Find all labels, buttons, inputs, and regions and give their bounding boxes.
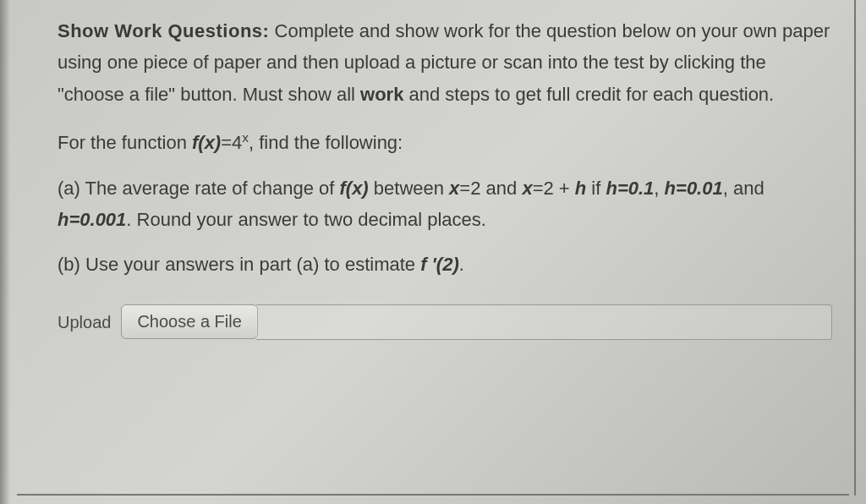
x1: x xyxy=(449,178,459,199)
instructions-end: and steps to get full credit for each qu… xyxy=(403,84,774,105)
bottom-border xyxy=(17,494,849,496)
part-b-end: . xyxy=(459,254,464,275)
function-pre: For the function xyxy=(58,132,192,153)
upload-label: Upload xyxy=(58,308,111,337)
h3: h=0.001 xyxy=(58,209,126,230)
h2: h=0.01 xyxy=(665,178,723,199)
fx-symbol: f(x) xyxy=(192,132,221,153)
question-content: Show Work Questions: Complete and show w… xyxy=(0,0,866,357)
exponent-x: x xyxy=(242,130,249,145)
part-a-end: . Round your answer to two decimal place… xyxy=(126,209,486,230)
upload-row: Upload Choose a File xyxy=(58,304,832,340)
page-edge-shadow xyxy=(0,0,10,504)
function-post: , find the following: xyxy=(249,132,403,153)
part-b-text: (b) Use your answers in part (a) to esti… xyxy=(58,249,832,280)
equals: =4 xyxy=(221,132,242,153)
h-sym: h xyxy=(575,178,586,199)
heading-prefix: Show Work Questions: xyxy=(58,20,269,41)
and1: and xyxy=(480,178,522,199)
instructions-block: Show Work Questions: Complete and show w… xyxy=(58,15,832,110)
if-text: if xyxy=(586,178,606,199)
x1-val: =2 xyxy=(459,178,480,199)
x2: x xyxy=(522,178,532,199)
between: between xyxy=(369,178,449,199)
function-definition: For the function f(x)=4x, find the follo… xyxy=(58,127,832,158)
comma1: , xyxy=(654,178,664,199)
comma2: , and xyxy=(723,178,765,199)
h1: h=0.1 xyxy=(606,178,654,199)
x2-val: =2 + xyxy=(533,178,575,199)
part-a-pre: (a) The average rate of change of xyxy=(58,178,339,199)
part-b-pre: (b) Use your answers in part (a) to esti… xyxy=(58,254,420,275)
part-a-text: (a) The average rate of change of f(x) b… xyxy=(58,173,832,236)
fx-a: f(x) xyxy=(339,178,368,199)
f-prime-2: f '(2) xyxy=(420,254,459,275)
right-border xyxy=(854,0,856,496)
choose-file-button[interactable]: Choose a File xyxy=(121,304,257,339)
file-name-display xyxy=(256,304,832,340)
work-emphasis: work xyxy=(360,84,403,105)
